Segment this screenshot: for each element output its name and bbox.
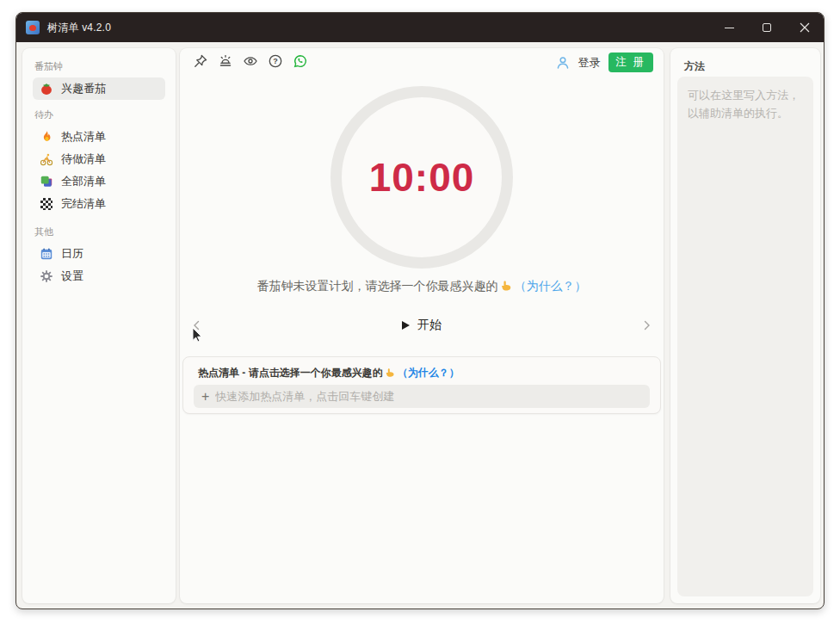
start-button[interactable]: 开始 — [402, 315, 442, 336]
sidebar-item-label: 待做清单 — [61, 151, 106, 167]
hotlist-box: 热点清单 - 请点击选择一个你最感兴趣的（为什么？） + — [182, 356, 661, 414]
plus-icon: + — [201, 390, 209, 404]
methods-panel: 方法 — [670, 48, 820, 603]
hotlist-header: 热点清单 - 请点击选择一个你最感兴趣的（为什么？） — [198, 366, 460, 380]
fire-icon — [40, 130, 53, 144]
help-button[interactable]: ? — [267, 53, 283, 69]
sidebar-item-label: 兴趣番茄 — [61, 81, 106, 96]
sidebar-item-label: 完结清单 — [61, 196, 106, 212]
alarm-button[interactable] — [217, 53, 233, 69]
account-area: 登录 注 册 — [555, 53, 653, 72]
pomodoro-timer-circle: 10:00 — [330, 86, 513, 269]
why-link[interactable]: （为什么？） — [515, 279, 587, 293]
stacked-squares-icon — [40, 175, 53, 188]
play-icon — [402, 321, 410, 330]
timer-time: 10:00 — [369, 154, 475, 201]
section-label-pomodoro: 番茄钟 — [34, 60, 165, 72]
alarm-icon — [218, 53, 233, 69]
app-window: 树清单 v4.2.0 番茄钟 兴趣番茄 待办 — [15, 12, 825, 609]
timer-caption-text: 番茄钟未设置计划，请选择一个你最感兴趣的 — [257, 279, 498, 293]
section-label-other: 其他 — [34, 226, 165, 238]
user-icon — [555, 55, 571, 71]
sidebar-item-calendar[interactable]: 日历 — [33, 243, 165, 265]
timer-caption: 番茄钟未设置计划，请选择一个你最感兴趣的（为什么？） — [180, 279, 664, 294]
close-icon — [800, 22, 810, 33]
whatsapp-icon — [293, 53, 308, 69]
methods-textarea-box — [677, 77, 813, 596]
sidebar-item-interest-tomato[interactable]: 兴趣番茄 — [33, 77, 165, 100]
main-toolbar: ? — [192, 53, 308, 69]
minimize-icon — [725, 28, 734, 28]
minimize-button[interactable] — [710, 13, 748, 42]
next-button[interactable] — [638, 317, 655, 334]
hotlist-why-link[interactable]: （为什么？） — [398, 367, 460, 379]
cyclist-icon — [40, 152, 53, 166]
gear-icon — [40, 269, 53, 283]
methods-textarea[interactable] — [677, 77, 813, 596]
sidebar-item-label: 全部清单 — [61, 174, 106, 189]
section-label-todo: 待办 — [34, 108, 165, 120]
finger-up-icon — [385, 368, 395, 380]
chevron-right-icon — [639, 318, 653, 332]
tomato-icon — [40, 82, 53, 96]
methods-title: 方法 — [684, 59, 705, 74]
sidebar-item-label: 日历 — [61, 246, 83, 262]
sidebar-item-finished-list[interactable]: 完结清单 — [33, 193, 165, 215]
sidebar-item-settings[interactable]: 设置 — [33, 265, 165, 287]
finger-up-icon — [500, 280, 512, 294]
app-logo-icon — [26, 21, 40, 34]
sidebar: 番茄钟 兴趣番茄 待办 热点清单 — [22, 48, 176, 603]
eye-icon — [243, 53, 258, 69]
calendar-icon — [40, 247, 53, 261]
chevron-left-icon — [190, 318, 204, 332]
sidebar-item-hot-list[interactable]: 热点清单 — [33, 126, 165, 148]
timer-nav-row: 开始 — [180, 315, 664, 336]
sidebar-item-label: 热点清单 — [61, 129, 106, 145]
main-panel: ? 登录 注 册 10:00 番茄钟未 — [180, 48, 664, 603]
quick-add-input[interactable] — [215, 390, 642, 403]
prev-button[interactable] — [188, 317, 206, 334]
window-title: 树清单 v4.2.0 — [47, 21, 111, 35]
sidebar-item-label: 设置 — [61, 269, 83, 284]
whatsapp-button[interactable] — [292, 53, 308, 69]
start-label: 开始 — [417, 318, 442, 333]
titlebar[interactable]: 树清单 v4.2.0 — [16, 13, 824, 42]
register-button[interactable]: 注 册 — [608, 53, 653, 72]
eye-button[interactable] — [242, 53, 258, 69]
quick-add-field[interactable]: + — [194, 385, 650, 408]
login-link[interactable]: 登录 — [578, 55, 601, 71]
checkerboard-icon — [40, 197, 53, 211]
close-button[interactable] — [786, 13, 824, 42]
hotlist-header-text: 热点清单 - 请点击选择一个你最感兴趣的 — [198, 367, 383, 379]
pin-icon — [193, 53, 208, 69]
sidebar-item-all-lists[interactable]: 全部清单 — [33, 170, 165, 193]
maximize-icon — [763, 23, 771, 32]
help-icon: ? — [268, 53, 283, 69]
pin-button[interactable] — [192, 53, 208, 69]
svg-text:?: ? — [273, 57, 278, 65]
maximize-button[interactable] — [748, 13, 786, 42]
sidebar-item-todo-list[interactable]: 待做清单 — [33, 148, 165, 170]
